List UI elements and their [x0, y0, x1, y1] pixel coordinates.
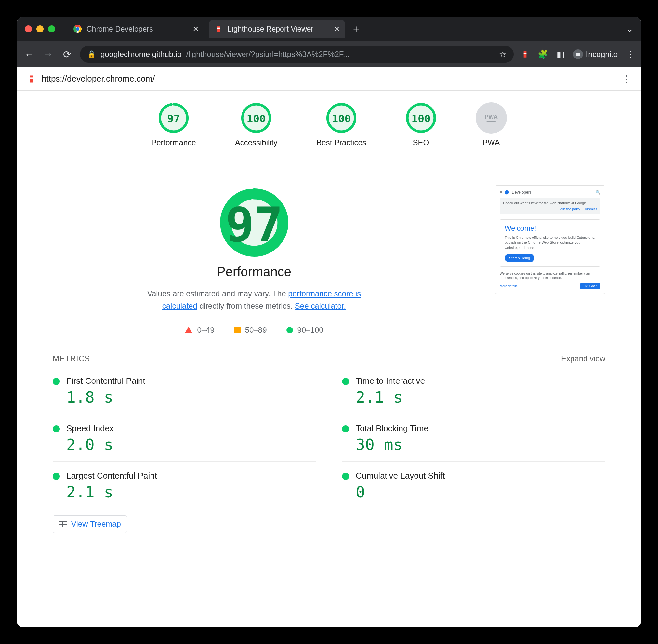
score-gauges: 97 Performance 100 Accessibility 100 Be: [17, 91, 641, 156]
legend-average: 50–89: [234, 326, 267, 335]
close-window-button[interactable]: [25, 25, 32, 32]
gauge-performance[interactable]: 97 Performance: [151, 102, 196, 147]
gauge-ring: 100: [241, 102, 272, 134]
lighthouse-icon: [215, 25, 223, 33]
search-icon: 🔍: [596, 190, 600, 194]
metric-cls: Cumulative Layout Shift0: [342, 461, 605, 509]
screenshot-preview: ≡ Developers 🔍 Check out what's new for …: [495, 185, 605, 294]
back-button[interactable]: ←: [23, 49, 35, 60]
chrome-icon: [505, 190, 509, 194]
performance-gauge: 97: [220, 188, 288, 257]
gauge-ring: 100: [405, 102, 437, 134]
performance-summary: 97 Performance Values are estimated and …: [53, 179, 475, 335]
tab-title: Lighthouse Report Viewer: [227, 25, 313, 33]
thumb-brand: Developers: [512, 190, 531, 194]
expand-view-button[interactable]: Expand view: [561, 354, 605, 363]
svg-point-7: [578, 54, 580, 56]
circle-icon: [286, 327, 293, 334]
tab-chrome-developers[interactable]: Chrome Developers ×: [68, 20, 204, 38]
incognito-label: Incognito: [586, 50, 618, 59]
svg-text:97: 97: [167, 112, 180, 125]
svg-rect-3: [218, 28, 220, 29]
gauge-label: Performance: [151, 138, 196, 147]
thumb-cta: Start building: [505, 254, 534, 262]
pass-icon: [53, 425, 60, 433]
metric-fcp: First Contentful Paint1.8 s: [53, 367, 316, 414]
svg-text:100: 100: [332, 112, 351, 125]
metric-si: Speed Index2.0 s: [53, 414, 316, 461]
pass-icon: [53, 378, 60, 385]
gauge-label: Best Practices: [316, 138, 366, 147]
page-screenshot: ≡ Developers 🔍 Check out what's new for …: [495, 179, 605, 335]
close-tab-icon[interactable]: ×: [193, 24, 198, 33]
svg-text:97: 97: [225, 197, 283, 252]
gauge-best-practices[interactable]: 100 Best Practices: [316, 102, 366, 147]
browser-window: Chrome Developers × Lighthouse Report Vi…: [17, 17, 641, 627]
svg-point-26: [505, 190, 509, 194]
pass-icon: [342, 473, 349, 480]
extensions-icon[interactable]: 🧩: [538, 49, 548, 60]
metrics-section: METRICS Expand view First Contentful Pai…: [17, 335, 641, 533]
pass-icon: [53, 473, 60, 480]
lighthouse-icon: [27, 74, 36, 84]
svg-rect-10: [29, 77, 32, 79]
performance-section: 97 Performance Values are estimated and …: [17, 156, 641, 335]
square-icon: [234, 327, 241, 334]
forward-button[interactable]: →: [42, 49, 54, 60]
gauge-label: Accessibility: [235, 138, 278, 147]
tab-lighthouse-viewer[interactable]: Lighthouse Report Viewer ×: [209, 20, 345, 38]
toolbar: ← → ⟳ 🔒 googlechrome.github.io/lighthous…: [17, 41, 641, 67]
report-menu-icon[interactable]: ⋮: [621, 73, 631, 85]
pass-icon: [342, 378, 349, 385]
lock-icon: 🔒: [87, 50, 96, 59]
metrics-grid: First Contentful Paint1.8 s Time to Inte…: [53, 367, 605, 509]
maximize-window-button[interactable]: [48, 25, 55, 32]
svg-text:100: 100: [411, 112, 431, 125]
svg-text:100: 100: [247, 112, 266, 125]
see-calculator-link[interactable]: See calculator.: [295, 301, 346, 310]
legend-pass: 90–100: [286, 326, 324, 335]
new-tab-button[interactable]: +: [353, 23, 359, 35]
metrics-header: METRICS: [53, 354, 90, 363]
legend-fail: 0–49: [185, 326, 214, 335]
svg-point-1: [76, 27, 80, 31]
gauge-ring: 97: [158, 102, 189, 134]
thumb-cookie-actions: More details Ok, Got it: [500, 283, 600, 289]
toolbar-icons: 🧩 ◧ Incognito ⋮: [521, 49, 635, 60]
gauge-seo[interactable]: 100 SEO: [405, 102, 437, 147]
gauge-pwa[interactable]: PWA PWA: [476, 102, 507, 147]
close-tab-icon[interactable]: ×: [334, 24, 339, 33]
pwa-badge-icon: PWA: [476, 102, 507, 134]
metric-lcp: Largest Contentful Paint2.1 s: [53, 461, 316, 509]
panel-icon[interactable]: ◧: [556, 49, 565, 60]
gauge-label: SEO: [413, 138, 429, 147]
lighthouse-topbar: https://developer.chrome.com/ ⋮: [17, 67, 641, 91]
lighthouse-extension-icon[interactable]: [521, 50, 529, 59]
tab-bar: Chrome Developers × Lighthouse Report Vi…: [17, 17, 641, 41]
metric-tbt: Total Blocking Time30 ms: [342, 414, 605, 461]
svg-rect-5: [523, 53, 526, 54]
performance-title: Performance: [217, 264, 291, 279]
incognito-icon: [573, 49, 583, 59]
tab-title: Chrome Developers: [86, 25, 153, 33]
minimize-window-button[interactable]: [37, 25, 44, 32]
score-legend: 0–49 50–89 90–100: [185, 326, 323, 335]
metric-tti: Time to Interactive2.1 s: [342, 367, 605, 414]
url-path: /lighthouse/viewer/?psiurl=https%3A%2F%2…: [186, 50, 350, 59]
thumb-welcome-card: Welcome! This is Chrome's official site …: [500, 219, 600, 267]
bookmark-icon[interactable]: ☆: [499, 49, 506, 60]
menu-icon[interactable]: ⋮: [626, 49, 635, 60]
window-controls: [25, 25, 55, 32]
view-treemap-button[interactable]: View Treemap: [53, 515, 127, 533]
tab-overflow-button[interactable]: ⌄: [626, 24, 633, 34]
thumb-cookie-notice: We serve cookies on this site to analyze…: [500, 271, 600, 280]
gauge-ring: 100: [326, 102, 357, 134]
performance-description: Values are estimated and may vary. The p…: [140, 288, 368, 313]
gauge-accessibility[interactable]: 100 Accessibility: [235, 102, 278, 147]
gauge-label: PWA: [482, 138, 500, 147]
reload-button[interactable]: ⟳: [61, 49, 73, 60]
address-bar[interactable]: 🔒 googlechrome.github.io/lighthouse/view…: [80, 46, 514, 63]
page-content: https://developer.chrome.com/ ⋮ 97 Perfo…: [17, 67, 641, 627]
tested-url: https://developer.chrome.com/: [42, 74, 155, 84]
treemap-icon: [59, 521, 67, 527]
